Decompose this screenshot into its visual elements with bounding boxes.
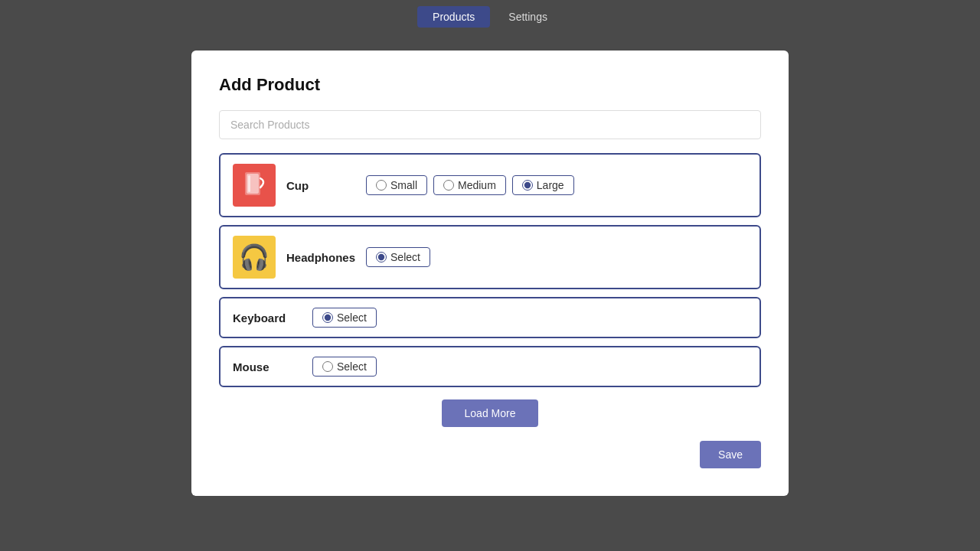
mouse-option-select[interactable]: Select bbox=[312, 357, 377, 377]
cup-option-large[interactable]: Large bbox=[512, 175, 574, 195]
headphones-label: Headphones bbox=[286, 251, 355, 264]
headphones-options: Select bbox=[366, 247, 430, 267]
cup-option-small[interactable]: Small bbox=[366, 175, 427, 195]
cup-label: Cup bbox=[286, 179, 355, 192]
keyboard-option-select[interactable]: Select bbox=[312, 308, 377, 328]
product-row-mouse: Mouse Select bbox=[219, 346, 761, 387]
tab-settings[interactable]: Settings bbox=[493, 6, 563, 28]
svg-rect-2 bbox=[248, 175, 250, 192]
mouse-label: Mouse bbox=[233, 360, 302, 373]
load-more-button[interactable]: Load More bbox=[442, 399, 539, 427]
search-input[interactable] bbox=[219, 110, 761, 139]
cup-option-medium[interactable]: Medium bbox=[433, 175, 506, 195]
product-row-cup: Cup Small Medium Large bbox=[219, 153, 761, 217]
cup-options: Small Medium Large bbox=[366, 175, 574, 195]
cup-image bbox=[233, 164, 276, 207]
keyboard-label: Keyboard bbox=[233, 311, 302, 324]
modal-title: Add Product bbox=[219, 75, 761, 95]
save-button[interactable]: Save bbox=[700, 441, 761, 468]
tab-bar: Products Settings bbox=[417, 6, 563, 28]
load-more-section: Load More bbox=[219, 399, 761, 427]
add-product-modal: Add Product Cup Small Medium Large bbox=[191, 51, 789, 496]
product-row-keyboard: Keyboard Select bbox=[219, 297, 761, 338]
keyboard-options: Select bbox=[312, 308, 377, 328]
mouse-options: Select bbox=[312, 357, 377, 377]
headphones-option-select[interactable]: Select bbox=[366, 247, 430, 267]
save-section: Save bbox=[219, 441, 761, 468]
tab-products[interactable]: Products bbox=[417, 6, 490, 28]
headphones-image: 🎧 bbox=[233, 236, 276, 279]
product-row-headphones: 🎧 Headphones Select bbox=[219, 225, 761, 289]
